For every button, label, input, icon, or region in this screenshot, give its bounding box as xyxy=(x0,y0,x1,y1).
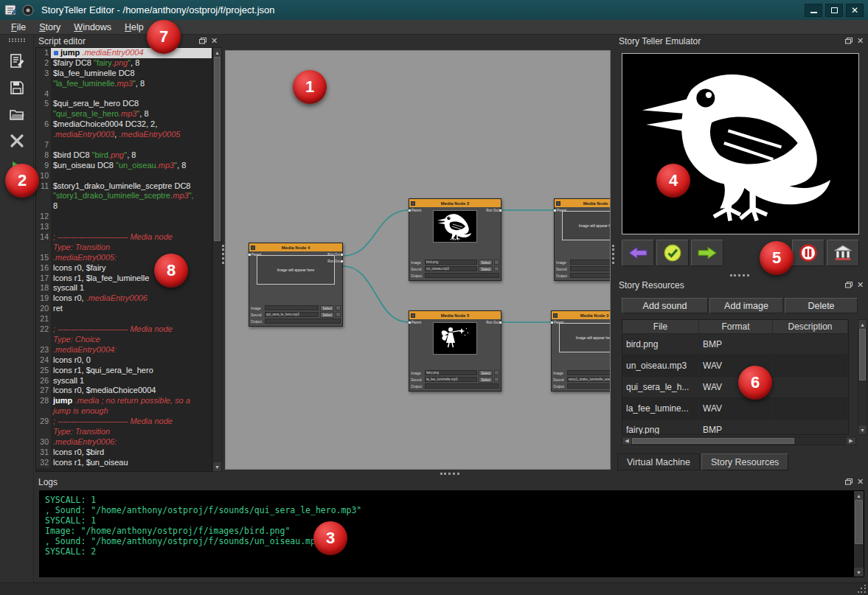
resources-scrollbar-horizontal[interactable]: ◀ ▶ xyxy=(622,436,856,445)
input-port[interactable]: Parent xyxy=(412,209,421,212)
select-button[interactable]: Select xyxy=(320,305,334,311)
node-field-value[interactable] xyxy=(425,383,499,389)
splitter-left[interactable] xyxy=(222,245,224,264)
code-line[interactable]: 18syscall 1 xyxy=(36,283,212,293)
graph-node[interactable]: Media Node 1Image will appear hereParent… xyxy=(554,198,611,281)
code-line[interactable]: 6$mediaChoice0004 DC32, 2, xyxy=(36,119,212,130)
graph-node[interactable]: Media Node 2ParentRun OutImagebird.pngSe… xyxy=(409,198,501,281)
close-panel-icon[interactable]: ✕ xyxy=(855,281,865,290)
code-line[interactable]: "story1_drako_luminelle_sceptre.mp3", xyxy=(36,191,212,201)
menu-item-story[interactable]: Story xyxy=(32,21,67,34)
node-field-value[interactable]: un_oiseau.mp3 xyxy=(425,266,477,271)
browse-icon[interactable] xyxy=(336,305,341,310)
code-line[interactable]: 3$la_fee_luminelle DC8 xyxy=(36,69,212,79)
table-row[interactable]: qui_sera_le_h...WAV xyxy=(622,377,848,398)
code-line[interactable]: 31lcons r0, $bird xyxy=(36,448,212,458)
select-button[interactable]: Select xyxy=(479,260,493,265)
code-line[interactable]: Type: Choice xyxy=(36,335,212,345)
scroll-up-icon[interactable]: ▲ xyxy=(213,48,221,57)
splitter-right[interactable] xyxy=(612,245,614,264)
code-line[interactable]: Type: Transition xyxy=(36,243,212,253)
node-field-value[interactable] xyxy=(265,319,341,324)
splitter-bottom[interactable] xyxy=(440,473,459,475)
code-line[interactable]: .mediaEntry0003, .mediaEntry0005 xyxy=(36,130,212,140)
column-format[interactable]: Format xyxy=(699,320,773,333)
output-port[interactable]: Run Out xyxy=(486,209,499,212)
menu-item-file[interactable]: File xyxy=(4,21,32,34)
input-port[interactable]: Parent xyxy=(412,321,421,324)
scroll-thumb[interactable] xyxy=(855,500,863,544)
column-description[interactable]: Description xyxy=(773,320,848,333)
float-panel-icon[interactable] xyxy=(198,37,207,46)
code-line[interactable]: 29; -------------------------- Media nod… xyxy=(36,417,212,427)
float-panel-icon[interactable] xyxy=(844,478,853,487)
code-editor[interactable]: 1jump .mediaEntry00042$fairy DC8 "fairy.… xyxy=(35,47,212,472)
table-row[interactable]: fairy.pngBMP xyxy=(622,420,848,435)
code-line[interactable]: 19lcons r0, .mediaEntry0006 xyxy=(36,293,212,304)
scroll-thumb[interactable] xyxy=(214,57,221,241)
code-line[interactable]: jump is enough xyxy=(36,406,212,417)
table-row[interactable]: la_fee_lumine...WAV xyxy=(622,398,848,420)
output-port[interactable]: Run Out xyxy=(327,253,340,257)
code-line[interactable]: 25lcons r1, $qui_sera_le_hero xyxy=(36,366,212,376)
code-line[interactable]: 8 xyxy=(36,201,212,212)
code-line[interactable]: 23.mediaEntry0004: xyxy=(36,345,212,355)
browse-icon[interactable] xyxy=(494,377,499,382)
node-field-value[interactable] xyxy=(570,260,611,265)
code-line[interactable]: 32lcons r1, $un_oiseau xyxy=(36,458,212,468)
tab-story-resources[interactable]: Story Resources xyxy=(701,453,788,470)
code-line[interactable]: 12 xyxy=(36,212,212,222)
code-line[interactable]: 11$story1_drako_luminelle_sceptre DC8 xyxy=(36,181,212,192)
code-line[interactable]: "la_fee_luminelle.mp3", 8 xyxy=(36,79,212,89)
code-line[interactable]: 1jump .mediaEntry0004 xyxy=(36,48,212,58)
column-file[interactable]: File xyxy=(622,320,699,333)
browse-icon[interactable] xyxy=(494,370,499,375)
add-sound-button[interactable]: Add sound xyxy=(622,298,708,313)
node-field-value[interactable]: story1_drako_luminelle_sceptre.mp3 xyxy=(567,377,611,382)
node-field-value[interactable] xyxy=(567,370,611,375)
output-port[interactable]: Run Out xyxy=(486,321,499,324)
output-port[interactable]: Run Out xyxy=(327,260,340,263)
select-button[interactable]: Select xyxy=(479,370,493,376)
resize-grip[interactable] xyxy=(858,585,867,594)
code-line[interactable]: "qui_sera_le_hero.mp3", 8 xyxy=(36,109,212,119)
select-button[interactable]: Select xyxy=(479,266,493,272)
scroll-thumb[interactable] xyxy=(632,438,794,444)
browse-icon[interactable] xyxy=(494,260,499,265)
scroll-down-icon[interactable]: ▼ xyxy=(854,568,864,577)
menu-item-windows[interactable]: Windows xyxy=(67,21,118,34)
browse-icon[interactable] xyxy=(336,312,341,317)
code-line[interactable]: 20ret xyxy=(36,304,212,314)
scroll-down-icon[interactable]: ▼ xyxy=(213,462,221,471)
node-field-value[interactable]: bird.png xyxy=(425,260,477,265)
scroll-down-icon[interactable]: ▼ xyxy=(858,425,867,434)
back-arrow-button[interactable] xyxy=(622,240,654,266)
logs-scrollbar[interactable]: ▲ ▼ xyxy=(854,491,864,577)
close-panel-icon[interactable]: ✕ xyxy=(209,37,219,46)
node-field-value[interactable] xyxy=(570,266,611,271)
pause-button[interactable] xyxy=(792,240,824,266)
scroll-up-icon[interactable]: ▲ xyxy=(854,491,864,500)
float-panel-icon[interactable] xyxy=(844,281,853,290)
minimize-button[interactable] xyxy=(805,4,822,17)
node-field-value[interactable] xyxy=(425,273,499,278)
node-canvas[interactable]: Media Node 4Image will appear hereParent… xyxy=(225,50,611,470)
graph-node[interactable]: Media Node 3Image will appear hereParent… xyxy=(551,310,611,392)
scroll-left-icon[interactable]: ◀ xyxy=(622,437,631,445)
node-field-value[interactable]: la_fee_luminelle.mp3 xyxy=(425,377,477,382)
code-line[interactable]: 7 xyxy=(36,140,212,150)
browse-icon[interactable] xyxy=(494,266,499,271)
close-panel-icon[interactable]: ✕ xyxy=(855,37,865,46)
script-scrollbar[interactable]: ▲ ▼ xyxy=(212,47,222,472)
node-field-value[interactable]: qui_sera_le_hero.mp3 xyxy=(265,312,319,317)
select-button[interactable]: Select xyxy=(479,377,493,383)
code-line[interactable]: Type: Transition xyxy=(36,427,212,437)
float-panel-icon[interactable] xyxy=(844,37,853,46)
code-line[interactable]: 26syscall 1 xyxy=(36,376,212,386)
node-field-value[interactable] xyxy=(567,383,611,389)
table-row[interactable]: un_oiseau.mp3WAV xyxy=(622,355,848,377)
splitter-emulator-resources[interactable] xyxy=(730,274,749,276)
graph-node[interactable]: Media Node 5ParentRun OutImagefairy.pngS… xyxy=(409,310,501,392)
maximize-button[interactable] xyxy=(825,4,843,17)
node-field-value[interactable] xyxy=(265,305,319,310)
